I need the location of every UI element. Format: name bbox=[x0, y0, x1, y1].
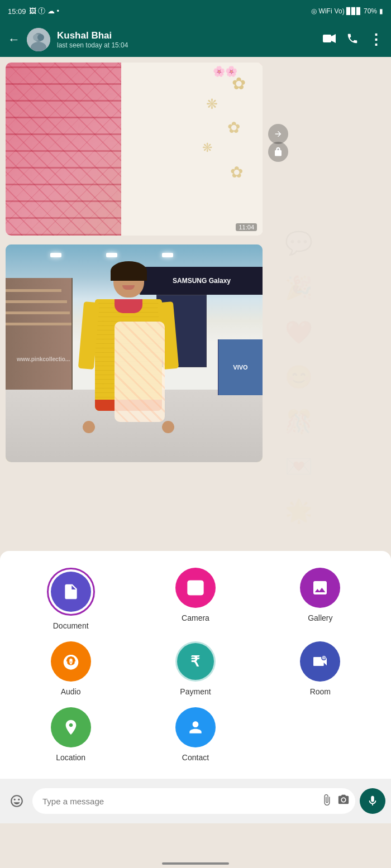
room-label: Room bbox=[310, 687, 331, 696]
notification-icons: 🖼 ⓕ ☁ • bbox=[29, 6, 59, 16]
attach-audio[interactable]: Audio bbox=[51, 641, 91, 696]
attach-panel: Document Camera bbox=[0, 551, 391, 779]
back-button[interactable]: ← bbox=[8, 32, 20, 47]
attach-document[interactable]: Document bbox=[47, 568, 95, 630]
svg-rect-5 bbox=[323, 35, 331, 42]
attach-grid: Document Camera bbox=[11, 568, 380, 762]
audio-label: Audio bbox=[61, 687, 81, 696]
location-label: Location bbox=[56, 753, 85, 762]
message-2: SAMSUNG Galaxy VIVO bbox=[6, 244, 385, 468]
fabric-image-bubble[interactable]: ✿ ❋ ✿ ❋ ✿ 🌸🌸 11:04 bbox=[6, 63, 263, 236]
watermark-text: www.pinkcollectio... bbox=[17, 356, 70, 362]
document-icon-btn bbox=[51, 572, 91, 612]
status-right: ◎ WiFi Vo) ▊▊▊ 70% ▮ bbox=[311, 7, 383, 15]
svg-point-4 bbox=[37, 34, 44, 41]
svg-text:@: @ bbox=[322, 656, 326, 660]
message-input-wrapper bbox=[32, 788, 355, 814]
contact-info[interactable]: Kushal Bhai last seen today at 15:04 bbox=[57, 30, 316, 49]
chat-header: ← Kushal Bhai last seen today at 15:04 ⋮ bbox=[0, 22, 391, 57]
attachment-button[interactable] bbox=[321, 794, 333, 809]
attach-contact[interactable]: Contact bbox=[175, 707, 216, 762]
camera-label: Camera bbox=[182, 613, 209, 622]
payment-icon-btn: ₹ bbox=[175, 641, 216, 682]
woman-image-bubble[interactable]: SAMSUNG Galaxy VIVO bbox=[6, 244, 263, 462]
emoji-button[interactable] bbox=[6, 790, 28, 812]
gallery-icon-btn bbox=[300, 568, 340, 608]
mic-button[interactable] bbox=[360, 788, 385, 814]
svg-text:🌟: 🌟 bbox=[285, 497, 313, 524]
input-right-icons bbox=[321, 794, 350, 809]
status-left: 15:09 🖼 ⓕ ☁ • bbox=[8, 6, 59, 16]
location-icon: ◎ bbox=[311, 7, 317, 15]
more-button[interactable]: ⋮ bbox=[369, 31, 383, 49]
home-indicator bbox=[162, 862, 229, 865]
camera-input-button[interactable] bbox=[337, 794, 350, 809]
document-label: Document bbox=[53, 621, 89, 630]
svg-marker-6 bbox=[331, 34, 336, 43]
message-1: ✿ ❋ ✿ ❋ ✿ 🌸🌸 11:04 bbox=[6, 63, 263, 241]
messages: ✿ ❋ ✿ ❋ ✿ 🌸🌸 11:04 bbox=[0, 57, 391, 468]
time: 15:09 bbox=[8, 7, 26, 16]
forward-button-1[interactable] bbox=[268, 142, 288, 162]
call-button[interactable] bbox=[346, 32, 359, 47]
message-input[interactable] bbox=[32, 788, 355, 814]
attach-location[interactable]: Location bbox=[51, 707, 91, 762]
battery-icon: ▮ bbox=[379, 7, 383, 15]
signal-icon: Vo) ▊▊▊ bbox=[335, 7, 361, 15]
input-bar bbox=[0, 779, 391, 823]
attach-payment[interactable]: ₹ Payment bbox=[175, 641, 216, 696]
audio-icon-btn bbox=[51, 641, 91, 682]
status-bar: 15:09 🖼 ⓕ ☁ • ◎ WiFi Vo) ▊▊▊ 70% ▮ bbox=[0, 0, 391, 22]
video-call-button[interactable] bbox=[323, 33, 336, 47]
camera-icon-btn bbox=[175, 568, 216, 608]
wifi-icon: WiFi bbox=[319, 7, 332, 15]
battery-percent: 70% bbox=[364, 7, 377, 15]
avatar[interactable] bbox=[27, 28, 50, 51]
fabric-image: ✿ ❋ ✿ ❋ ✿ 🌸🌸 11:04 bbox=[6, 63, 263, 236]
attach-room[interactable]: @ Room bbox=[300, 641, 340, 696]
contact-name: Kushal Bhai bbox=[57, 30, 316, 41]
attach-camera[interactable]: Camera bbox=[175, 568, 216, 630]
samsung-sign: SAMSUNG Galaxy bbox=[173, 277, 231, 285]
attach-gallery[interactable]: Gallery bbox=[300, 568, 340, 630]
room-icon-btn: @ bbox=[300, 641, 340, 682]
vivo-sign: VIVO bbox=[233, 364, 247, 371]
header-icons: ⋮ bbox=[323, 31, 383, 49]
contact-label: Contact bbox=[182, 753, 209, 762]
contact-icon-btn bbox=[175, 707, 216, 747]
gallery-label: Gallery bbox=[308, 613, 332, 622]
message-time-1: 11:04 bbox=[236, 223, 257, 231]
forward-button-1b[interactable] bbox=[268, 124, 288, 144]
woman-image: SAMSUNG Galaxy VIVO bbox=[6, 244, 263, 462]
payment-label: Payment bbox=[180, 687, 211, 696]
chat-area: 💬 🎉 ❤️ 😊 🎊 💌 🌟 ✿ ❋ bbox=[0, 57, 391, 823]
contact-status: last seen today at 15:04 bbox=[57, 41, 316, 49]
location-icon-btn bbox=[51, 707, 91, 747]
